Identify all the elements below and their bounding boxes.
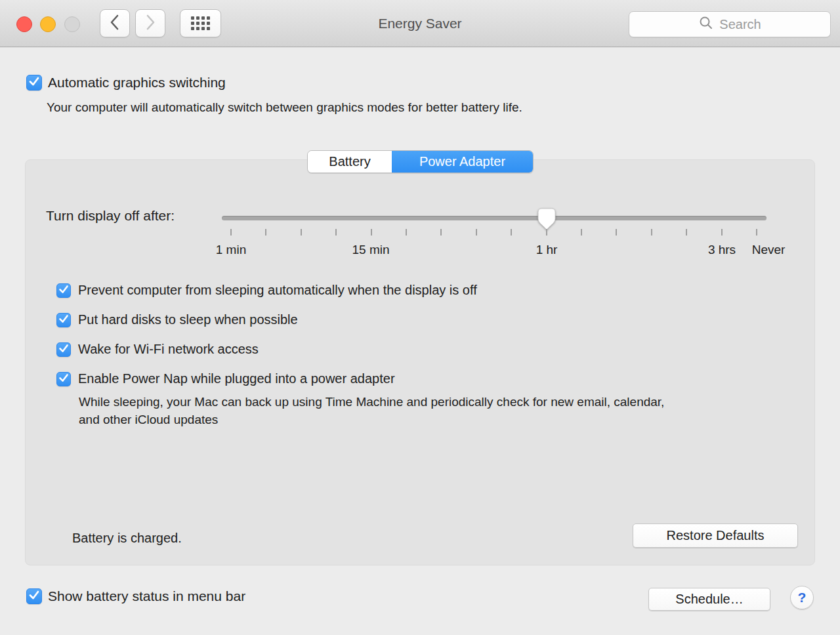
option-row-hard-disks: Put hard disks to sleep when possible bbox=[56, 312, 785, 327]
grid-icon bbox=[191, 16, 210, 30]
display-off-slider-thumb[interactable] bbox=[537, 208, 556, 231]
checkmark-icon bbox=[56, 371, 71, 388]
energy-saver-window: Energy Saver Search Automatic graphics s… bbox=[0, 0, 840, 635]
tab-battery[interactable]: Battery bbox=[308, 151, 392, 173]
question-mark-icon: ? bbox=[798, 590, 807, 605]
search-field[interactable]: Search bbox=[629, 11, 831, 37]
power-nap-checkbox[interactable] bbox=[56, 372, 71, 386]
wake-wifi-label: Wake for Wi-Fi network access bbox=[78, 342, 259, 357]
chevron-right-icon bbox=[143, 13, 158, 34]
show-battery-status-checkbox[interactable] bbox=[26, 588, 42, 604]
checkmark-icon bbox=[56, 282, 71, 299]
chevron-left-icon bbox=[108, 13, 122, 34]
titlebar: Energy Saver Search bbox=[0, 0, 840, 47]
checkmark-icon bbox=[56, 341, 71, 358]
schedule-button[interactable]: Schedule… bbox=[648, 588, 770, 611]
help-button[interactable]: ? bbox=[790, 586, 814, 609]
search-icon bbox=[698, 15, 714, 33]
power-options-list: Prevent computer from sleeping automatic… bbox=[56, 283, 785, 401]
prevent-sleep-checkbox[interactable] bbox=[56, 283, 71, 298]
forward-button bbox=[135, 9, 165, 37]
tick-label-15min: 15 min bbox=[352, 243, 389, 257]
checkmark-icon bbox=[26, 73, 42, 92]
restore-defaults-button[interactable]: Restore Defaults bbox=[633, 523, 798, 548]
battery-status-text: Battery is charged. bbox=[72, 531, 182, 546]
back-button[interactable] bbox=[100, 9, 130, 37]
graphics-switching-description: Your computer will automatically switch … bbox=[47, 100, 522, 115]
checkmark-icon bbox=[56, 312, 71, 329]
checkmark-icon bbox=[26, 587, 42, 605]
menu-bar-option-row: Show battery status in menu bar bbox=[26, 588, 245, 604]
power-nap-description: While sleeping, your Mac can back up usi… bbox=[79, 393, 669, 428]
slider-ticks bbox=[222, 228, 766, 236]
power-source-tabs: Battery Power Adapter bbox=[307, 150, 534, 173]
option-row-power-nap: Enable Power Nap while plugged into a po… bbox=[56, 371, 785, 386]
automatic-graphics-switching-row: Automatic graphics switching bbox=[26, 75, 226, 91]
minimize-button[interactable] bbox=[40, 16, 56, 32]
prevent-sleep-label: Prevent computer from sleeping automatic… bbox=[78, 283, 477, 298]
tick-label-never: Never bbox=[752, 243, 786, 257]
option-row-wake-wifi: Wake for Wi-Fi network access bbox=[56, 342, 785, 357]
tick-label-1hr: 1 hr bbox=[536, 243, 558, 257]
power-nap-label: Enable Power Nap while plugged into a po… bbox=[78, 371, 395, 386]
show-all-button[interactable] bbox=[180, 9, 221, 37]
tab-power-adapter[interactable]: Power Adapter bbox=[392, 151, 533, 173]
automatic-graphics-switching-label: Automatic graphics switching bbox=[48, 75, 226, 91]
hard-disks-sleep-checkbox[interactable] bbox=[56, 313, 71, 327]
automatic-graphics-switching-checkbox[interactable] bbox=[26, 75, 42, 91]
display-off-slider-label: Turn display off after: bbox=[46, 208, 175, 224]
close-button[interactable] bbox=[16, 16, 32, 32]
hard-disks-sleep-label: Put hard disks to sleep when possible bbox=[78, 312, 298, 327]
wake-wifi-checkbox[interactable] bbox=[56, 342, 71, 357]
show-battery-status-label: Show battery status in menu bar bbox=[48, 588, 245, 604]
tick-label-1min: 1 min bbox=[216, 243, 246, 257]
search-placeholder: Search bbox=[719, 17, 761, 32]
fullscreen-button-disabled bbox=[64, 16, 80, 32]
tick-label-3hrs: 3 hrs bbox=[708, 243, 736, 257]
display-off-slider-track[interactable] bbox=[222, 216, 766, 220]
option-row-prevent-sleep: Prevent computer from sleeping automatic… bbox=[56, 283, 785, 298]
slider-tick-labels: 1 min 15 min 1 hr 3 hrs Never bbox=[222, 243, 776, 260]
